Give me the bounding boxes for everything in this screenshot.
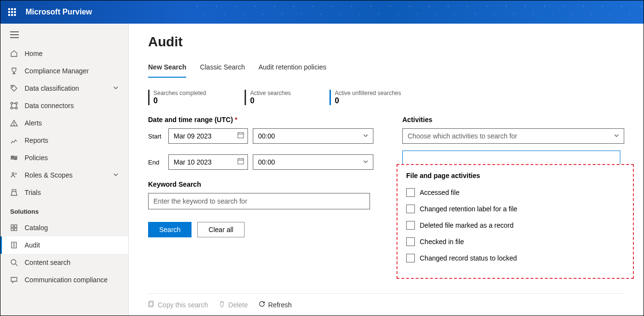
search-button[interactable]: Search xyxy=(148,222,192,237)
activity-label: Checked in file xyxy=(420,238,464,246)
stat-value: 0 xyxy=(250,96,291,105)
date-range-label: Date and time range (UTC) * xyxy=(148,116,373,124)
svg-point-13 xyxy=(11,102,13,104)
sidebar: Home Compliance Manager Data classificat… xyxy=(0,24,129,316)
keyword-search-input[interactable] xyxy=(148,193,370,209)
activities-group-title: File and page activities xyxy=(406,172,628,179)
sidebar-item-roles-scopes[interactable]: Roles & Scopes xyxy=(0,166,128,184)
activity-item[interactable]: Checked in file xyxy=(406,234,628,250)
sidebar-item-label: Audit xyxy=(25,241,40,249)
activities-select[interactable]: Choose which activities to search for xyxy=(402,128,624,144)
home-icon xyxy=(10,50,18,57)
svg-point-12 xyxy=(12,86,13,87)
policies-icon xyxy=(10,154,18,162)
activity-label: Deleted file marked as a record xyxy=(420,221,514,229)
sidebar-item-label: Content search xyxy=(25,259,70,266)
activity-label: Changed record status to locked xyxy=(420,254,517,262)
page-title: Audit xyxy=(148,34,624,50)
stat-label: Active unfiltered searches xyxy=(335,90,401,96)
sidebar-item-label: Policies xyxy=(25,154,48,162)
copy-search-action: Copy this search xyxy=(148,301,208,309)
clear-all-button[interactable]: Clear all xyxy=(197,222,244,237)
activity-item[interactable]: Changed retention label for a file xyxy=(406,201,628,217)
tab-new-search[interactable]: New Search xyxy=(148,59,186,78)
sidebar-item-data-classification[interactable]: Data classification xyxy=(0,80,128,97)
catalog-icon xyxy=(10,224,18,232)
sidebar-item-data-connectors[interactable]: Data connectors xyxy=(0,97,128,114)
stat-active-unfiltered-searches: Active unfiltered searches 0 xyxy=(329,90,401,105)
hamburger-icon[interactable] xyxy=(0,24,128,45)
sidebar-item-communication-compliance[interactable]: Communication compliance xyxy=(0,271,128,289)
activity-item[interactable]: Changed record status to locked xyxy=(406,250,628,266)
trials-icon xyxy=(10,189,18,196)
refresh-action[interactable]: Refresh xyxy=(259,301,292,309)
activity-item[interactable]: Deleted file marked as a record xyxy=(406,217,628,234)
activities-label: Activities xyxy=(402,116,624,124)
sidebar-item-label: Communication compliance xyxy=(25,276,108,284)
svg-point-16 xyxy=(15,107,17,109)
sidebar-item-label: Alerts xyxy=(25,119,42,127)
svg-point-14 xyxy=(15,102,17,104)
app-launcher-icon[interactable] xyxy=(4,4,20,20)
svg-point-33 xyxy=(11,260,16,264)
stat-label: Searches completed xyxy=(153,90,206,96)
sidebar-item-label: Data classification xyxy=(25,84,79,92)
activity-item[interactable]: Accessed file xyxy=(406,184,628,201)
sidebar-item-label: Catalog xyxy=(25,224,48,232)
activity-label: Accessed file xyxy=(420,189,459,196)
activity-checkbox[interactable] xyxy=(406,237,415,246)
svg-rect-2 xyxy=(14,8,16,10)
start-date-input[interactable] xyxy=(168,128,248,144)
svg-rect-26 xyxy=(14,225,17,227)
sidebar-item-content-search[interactable]: Content search xyxy=(0,254,128,271)
chevron-down-icon xyxy=(113,171,119,179)
search-icon xyxy=(10,259,18,266)
alerts-icon xyxy=(10,119,18,127)
end-time-select[interactable] xyxy=(253,154,373,170)
tab-audit-retention-policies[interactable]: Audit retention policies xyxy=(259,59,327,78)
stat-label: Active searches xyxy=(250,90,291,96)
sidebar-item-policies[interactable]: Policies xyxy=(0,149,128,166)
end-date-input[interactable] xyxy=(168,154,248,170)
delete-action: Delete xyxy=(219,301,247,309)
svg-point-22 xyxy=(14,158,16,160)
chevron-down-icon xyxy=(113,84,119,92)
sidebar-item-label: Roles & Scopes xyxy=(25,171,73,179)
svg-rect-8 xyxy=(14,14,16,16)
delete-icon xyxy=(219,301,225,309)
sidebar-item-audit[interactable]: Audit xyxy=(0,236,128,254)
sidebar-item-label: Data connectors xyxy=(25,102,74,110)
comm-icon xyxy=(10,276,18,284)
reports-icon xyxy=(10,137,18,144)
start-time-select[interactable] xyxy=(253,128,373,144)
stat-value: 0 xyxy=(335,96,401,105)
sidebar-item-reports[interactable]: Reports xyxy=(0,132,128,149)
sidebar-item-catalog[interactable]: Catalog xyxy=(0,219,128,236)
tag-icon xyxy=(10,84,18,92)
svg-rect-5 xyxy=(14,11,16,13)
tab-bar: New Search Classic Search Audit retentio… xyxy=(148,59,624,78)
footer-actions: Copy this search Delete Refresh xyxy=(148,293,624,316)
tab-classic-search[interactable]: Classic Search xyxy=(200,59,245,78)
keyword-search-label: Keyword Search xyxy=(148,180,373,188)
sidebar-item-alerts[interactable]: Alerts xyxy=(0,114,128,132)
svg-rect-25 xyxy=(11,225,14,227)
sidebar-item-trials[interactable]: Trials xyxy=(0,184,128,201)
stats-row: Searches completed 0 Active searches 0 A… xyxy=(148,90,624,105)
activity-label: Changed retention label for a file xyxy=(420,205,517,213)
activity-checkbox[interactable] xyxy=(406,205,415,213)
copy-icon xyxy=(148,301,155,309)
activity-checkbox[interactable] xyxy=(406,254,415,262)
activity-checkbox[interactable] xyxy=(406,188,415,197)
svg-rect-7 xyxy=(11,14,13,16)
roles-icon xyxy=(10,171,18,179)
activities-dropdown-panel: File and page activities Accessed file C… xyxy=(397,164,634,279)
end-label: End xyxy=(148,159,164,166)
sidebar-item-compliance-manager[interactable]: Compliance Manager xyxy=(0,62,128,80)
stat-active-searches: Active searches 0 xyxy=(245,90,291,105)
trophy-icon xyxy=(10,67,18,75)
svg-rect-0 xyxy=(8,8,10,10)
sidebar-item-home[interactable]: Home xyxy=(0,45,128,62)
activity-checkbox[interactable] xyxy=(406,221,415,230)
connectors-icon xyxy=(10,102,18,110)
